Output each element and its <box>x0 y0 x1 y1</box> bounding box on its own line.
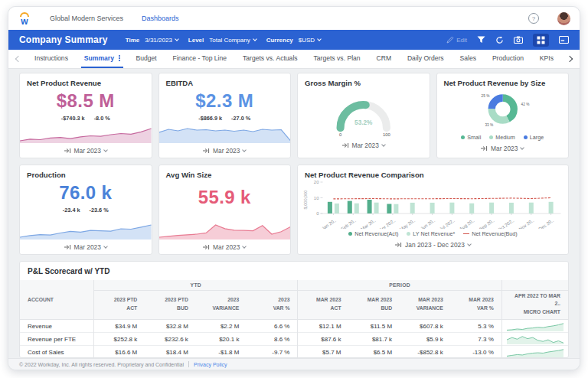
gauge-chart: 53.2%0100 <box>298 89 430 138</box>
svg-text:10: 10 <box>314 196 319 200</box>
kpi-delta-abs: -$866.9 k <box>198 115 222 122</box>
cell-value: -$852.8 k <box>400 346 451 357</box>
card-title: Production <box>20 165 152 179</box>
period-label: Mar 2023 <box>74 147 101 155</box>
cell-value: $20.1 k <box>196 333 247 346</box>
period-selector[interactable]: Mar 2023 <box>437 141 569 155</box>
period-selector[interactable]: Mar 2023 <box>20 143 152 158</box>
card-revenue-by-size: Net Product Revenue by Size 42 %33 %25 %… <box>436 73 570 158</box>
level-filter-dropdown[interactable]: Total Company <box>209 37 256 44</box>
tab-menu-icon[interactable] <box>119 55 120 61</box>
workday-logo-icon[interactable]: w <box>18 11 31 25</box>
help-icon[interactable]: ? <box>528 13 539 24</box>
cell-value: 5.3 % <box>451 320 502 333</box>
privacy-policy-link[interactable]: Privacy Policy <box>194 362 227 367</box>
camera-button[interactable] <box>514 36 523 44</box>
kpi-value: 55.9 k <box>159 187 291 208</box>
toolbar-icons: Edit <box>446 34 569 47</box>
tab-targets-vs-actuals[interactable]: Targets vs. Actuals <box>240 50 301 68</box>
tab-sales[interactable]: Sales <box>457 50 480 68</box>
tab-production[interactable]: Production <box>489 50 527 68</box>
tab-crm[interactable]: CRM <box>373 50 394 68</box>
tab-targets-vs-plan[interactable]: Targets vs. Plan <box>310 50 363 68</box>
pnl-table-head: ACCOUNTYTDPERIOD2023 PTDACT2023 PTDBUD20… <box>20 280 568 320</box>
group-header-ytd: YTD <box>94 280 298 290</box>
svg-text:Mar 20..: Mar 20.. <box>360 218 377 229</box>
card-avg-win-size: Avg Win Size 55.9 k Mar 2023 <box>158 165 292 255</box>
cell-value: $252.8 k <box>94 333 145 346</box>
card-title: EBITDA <box>159 73 291 87</box>
card-revenue-comparison: Net Product Revenue Comparison $,000,000… <box>297 165 569 255</box>
card-net-product-revenue: Net Product Revenue $8.5 M -$740.3 k -8.… <box>19 73 152 158</box>
filter-button[interactable] <box>477 36 485 44</box>
cell-value: -$1.8 M <box>196 346 247 357</box>
cell-value: $87.6 k <box>298 333 349 346</box>
currency-filter-dropdown[interactable]: $USD <box>299 37 321 44</box>
time-horizon-icon <box>64 244 71 250</box>
chevron-down-icon <box>253 37 257 41</box>
card-gross-margin: Gross Margin % 53.2%0100 Mar 2023 <box>297 73 430 158</box>
tabs-scroll-right-icon[interactable] <box>567 56 573 62</box>
pnl-scorecard-section: P&L Scorecard w/ YTD ACCOUNTYTDPERIOD202… <box>19 261 569 358</box>
legend-line-icon <box>463 233 469 234</box>
tab-finance-top-line[interactable]: Finance - Top Line <box>170 50 230 68</box>
kpi-value: 76.0 k <box>20 182 152 204</box>
card-title: Net Product Revenue <box>20 73 152 87</box>
logo-arc <box>20 12 29 17</box>
period-selector[interactable]: Mar 2023 <box>298 138 430 152</box>
cell-value: $16.6 M <box>94 346 145 357</box>
period-label: Mar 2023 <box>352 142 379 149</box>
svg-text:Nov 20..: Nov 20.. <box>518 218 535 229</box>
funnel-icon <box>477 36 485 44</box>
donut-chart: 42 %33 %25 % <box>437 88 569 132</box>
edit-label: Edit <box>456 37 467 44</box>
sparkline-chart <box>20 221 152 240</box>
kpi-deltas: -23.4 k -23.6 % <box>20 207 152 213</box>
sparkline-chart <box>20 125 152 143</box>
tab-daily-orders[interactable]: Daily Orders <box>404 50 447 68</box>
kpi-value: $2.3 M <box>159 90 291 112</box>
cell-account: Cost of Sales <box>20 346 94 357</box>
legend-dot-icon <box>461 135 465 139</box>
comparison-legend: Net Revenue(Act)LY Net Revenue*Net Reven… <box>298 230 568 237</box>
cell-account: Revenue <box>20 320 94 333</box>
time-horizon-icon <box>395 242 402 248</box>
table-row: Cost of Sales$16.6 M$18.4 M-$1.8 M-9.7 %… <box>20 346 568 357</box>
tab-budget[interactable]: Budget <box>132 50 159 68</box>
kpi-delta-abs: -$740.3 k <box>61 115 85 122</box>
tab-instructions[interactable]: Instructions <box>31 50 71 68</box>
cell-value: $5.9 k <box>400 333 451 346</box>
period-selector[interactable]: Jan 2023 - Dec 2023 <box>298 237 568 252</box>
group-header-blank <box>501 280 568 290</box>
svg-text:0: 0 <box>339 132 342 137</box>
dashboard-toolbar: Company Summary Time 3/31/2023 Level Tot… <box>8 30 580 50</box>
tab-summary[interactable]: Summary <box>81 50 123 68</box>
refresh-button[interactable] <box>495 36 504 44</box>
app-window: w Global Modern Services Dashboards ? Co… <box>8 6 580 370</box>
kpi-row-1: Net Product Revenue $8.5 M -$740.3 k -8.… <box>19 73 569 158</box>
screenshot-frame: w Global Modern Services Dashboards ? Co… <box>0 0 588 378</box>
legend-item-small: Small <box>461 134 481 141</box>
tab-kpis[interactable]: KPIs <box>537 50 557 68</box>
period-selector[interactable]: Mar 2023 <box>159 240 291 254</box>
top-bar: w Global Modern Services Dashboards ? <box>8 7 580 30</box>
period-label: Mar 2023 <box>491 145 518 152</box>
present-button[interactable] <box>559 36 569 44</box>
chevron-down-icon <box>243 244 247 249</box>
chevron-down-icon <box>521 145 525 150</box>
period-selector[interactable]: Mar 2023 <box>159 143 291 158</box>
grid-view-button[interactable] <box>533 34 549 47</box>
card-ebitda: EBITDA $2.3 M -$866.9 k -27.0 % Mar 2023 <box>158 73 292 158</box>
card-title: Net Product Revenue by Size <box>437 73 569 87</box>
edit-button[interactable]: Edit <box>446 36 467 44</box>
page-title: Company Summary <box>19 34 108 45</box>
dashboards-link[interactable]: Dashboards <box>142 15 179 22</box>
time-filter-dropdown[interactable]: 3/31/2023 <box>145 37 178 44</box>
legend-dot-icon <box>348 232 352 236</box>
comparison-chart: $,000,00001020Jan 20..Feb 20..Mar 20..Ap… <box>298 180 568 229</box>
period-selector[interactable]: Mar 2023 <box>20 240 152 254</box>
camera-icon <box>514 36 523 44</box>
cell-value: 8.6 % <box>247 333 298 346</box>
avatar[interactable] <box>557 12 570 25</box>
column-header-micro-chart: APR 2022 TO MAR 2..MICRO CHART <box>501 290 568 320</box>
